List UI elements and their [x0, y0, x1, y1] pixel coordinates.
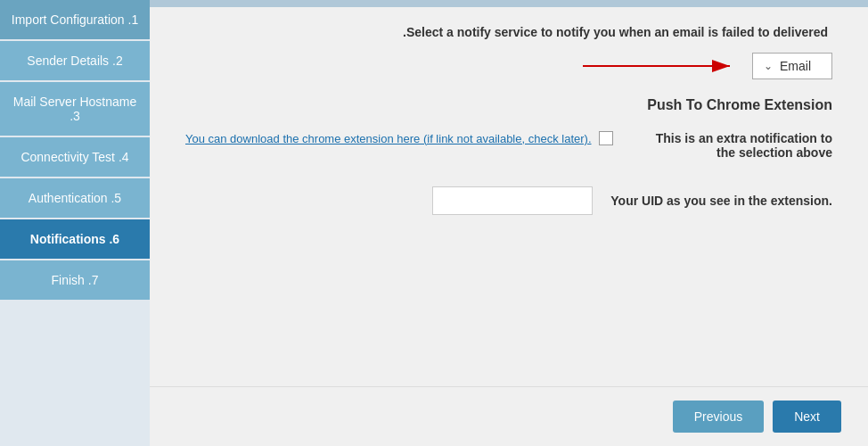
notify-header: .Select a notify service to notify you w… — [185, 25, 832, 39]
email-dropdown-label: Email — [780, 59, 811, 73]
arrow-icon — [583, 55, 743, 77]
content-area: .Select a notify service to notify you w… — [150, 7, 868, 386]
chrome-extension-row: You can download the chrome extension he… — [185, 131, 832, 160]
sidebar-item-authentication[interactable]: Authentication .5 — [0, 178, 150, 218]
sidebar-item-mail-server-hostname[interactable]: Mail Server Hostname .3 — [0, 82, 150, 136]
sidebar-item-sender-details[interactable]: Sender Details .2 — [0, 41, 150, 80]
push-section-title: Push To Chrome Extension — [185, 97, 832, 113]
chevron-down-icon: ⌄ — [764, 60, 773, 72]
uid-description: Your UID as you see in the extension. — [610, 194, 832, 208]
sidebar-item-finish[interactable]: Finish .7 — [0, 260, 150, 300]
sidebar-item-notifications[interactable]: Notifications .6 — [0, 219, 150, 259]
top-bar — [150, 0, 868, 7]
sidebar: Import Configuration .1Sender Details .2… — [0, 0, 150, 446]
sidebar-item-connectivity-test[interactable]: Connectivity Test .4 — [0, 137, 150, 177]
next-button[interactable]: Next — [773, 401, 841, 433]
email-dropdown[interactable]: ⌄ Email — [752, 53, 832, 79]
chrome-description: This is an extra notification to the sel… — [636, 131, 832, 160]
chrome-extension-checkbox[interactable] — [599, 131, 613, 145]
arrow-container: ⌄ Email — [185, 53, 832, 79]
sidebar-item-import-configuration[interactable]: Import Configuration .1 — [0, 0, 150, 39]
uid-input[interactable] — [432, 186, 593, 215]
bottom-nav: Previous Next — [150, 386, 868, 446]
uid-row: Your UID as you see in the extension. — [185, 186, 832, 215]
main-content: .Select a notify service to notify you w… — [150, 0, 868, 446]
chrome-link-area: You can download the chrome extension he… — [185, 131, 613, 145]
previous-button[interactable]: Previous — [673, 401, 764, 433]
email-row: ⌄ Email — [185, 53, 832, 79]
chrome-extension-link[interactable]: You can download the chrome extension he… — [185, 132, 592, 145]
red-arrow — [583, 55, 743, 77]
